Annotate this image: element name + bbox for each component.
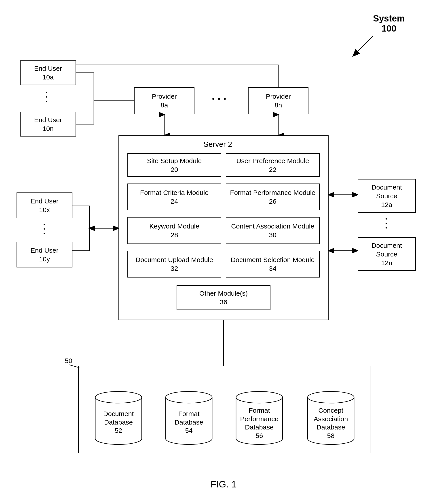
db-concept-assoc: Concept Association Database 58 — [306, 390, 355, 446]
module-other: Other Module(s) 36 — [177, 285, 270, 310]
module-format-crit-label: Format Criteria Module — [140, 188, 209, 197]
doc-source-12n-l2: Source — [376, 250, 397, 258]
db-format-perf: Format Performance Database 56 — [235, 390, 284, 446]
db-concept-l3: Database — [306, 423, 355, 431]
db-format-num: 54 — [164, 426, 213, 435]
doc-source-12a-l2: Source — [376, 192, 397, 200]
module-keyword-num: 28 — [171, 231, 178, 239]
db-concept-l2: Association — [306, 415, 355, 423]
module-site-setup-num: 20 — [171, 165, 178, 174]
module-content-assoc-label: Content Association Module — [231, 222, 314, 231]
figure-label: FIG. 1 — [201, 479, 246, 490]
end-user-10x-num: 10x — [39, 206, 50, 214]
db-format: Format Database 54 — [164, 390, 213, 446]
system-num: 100 — [366, 24, 411, 34]
module-site-setup: Site Setup Module 20 — [127, 153, 221, 177]
end-user-10y-num: 10y — [39, 255, 50, 263]
svg-point-15 — [166, 391, 212, 403]
hdots-providers — [212, 98, 226, 100]
module-other-label: Other Module(s) — [199, 289, 248, 298]
module-user-pref-label: User Preference Module — [236, 156, 309, 165]
db-group-num: 50 — [65, 357, 72, 364]
end-user-10x-label: End User — [30, 197, 58, 206]
module-doc-select-num: 34 — [269, 264, 276, 273]
doc-source-12a-l1: Document — [371, 183, 402, 192]
provider-8a-num: 8a — [160, 101, 168, 109]
box-provider-8n: Provider 8n — [248, 87, 308, 114]
module-format-crit: Format Criteria Module 24 — [127, 183, 221, 210]
svg-line-13 — [69, 365, 79, 368]
svg-point-17 — [307, 391, 354, 403]
end-user-10y-label: End User — [30, 246, 58, 255]
db-format-perf-l3: Database — [235, 423, 284, 431]
end-user-10n-label: End User — [34, 116, 62, 124]
end-user-10n-num: 10n — [42, 124, 54, 133]
doc-source-12n-num: 12n — [381, 258, 392, 267]
vdots-endusers-mid — [44, 224, 45, 234]
server-title: Server 2 — [203, 140, 232, 149]
box-doc-source-12n: Document Source 12n — [358, 237, 416, 271]
box-end-user-10x: End User 10x — [17, 193, 73, 218]
module-format-perf-label: Format Performance Module — [230, 188, 315, 197]
db-document-l1: Document — [94, 410, 143, 418]
db-format-l1: Format — [164, 410, 213, 418]
db-document: Document Database 52 — [94, 390, 143, 446]
db-concept-l1: Concept — [306, 406, 355, 415]
svg-line-0 — [353, 36, 373, 56]
svg-point-16 — [236, 391, 282, 403]
box-doc-source-12a: Document Source 12a — [358, 179, 416, 213]
provider-8n-label: Provider — [266, 92, 291, 101]
module-format-perf: Format Performance Module 26 — [226, 183, 320, 210]
module-doc-upload: Document Upload Module 32 — [127, 251, 221, 278]
provider-8n-num: 8n — [274, 101, 282, 109]
module-user-pref: User Preference Module 22 — [226, 153, 320, 177]
doc-source-12a-num: 12a — [381, 200, 392, 209]
doc-source-12n-l1: Document — [371, 241, 402, 250]
box-end-user-10a: End User 10a — [20, 60, 76, 85]
system-title: System 100 — [366, 13, 411, 34]
module-other-num: 36 — [220, 298, 227, 306]
svg-point-14 — [95, 391, 142, 403]
module-content-assoc-num: 30 — [269, 231, 276, 239]
end-user-10a-label: End User — [34, 64, 62, 73]
system-arrow — [349, 34, 376, 60]
vdots-docsources — [386, 218, 387, 229]
module-keyword: Keyword Module 28 — [127, 217, 221, 244]
db-format-perf-l2: Performance — [235, 415, 284, 423]
module-content-assoc: Content Association Module 30 — [226, 217, 320, 244]
module-doc-upload-num: 32 — [171, 264, 178, 273]
db-concept-num: 58 — [306, 431, 355, 440]
module-format-perf-num: 26 — [269, 197, 276, 206]
module-site-setup-label: Site Setup Module — [147, 156, 202, 165]
provider-8a-label: Provider — [152, 92, 177, 101]
module-doc-select-label: Document Selection Module — [231, 255, 315, 264]
module-format-crit-num: 24 — [171, 197, 178, 206]
module-user-pref-num: 22 — [269, 165, 276, 174]
db-format-perf-l1: Format — [235, 406, 284, 415]
db-document-num: 52 — [94, 426, 143, 435]
vdots-endusers-top — [46, 92, 47, 102]
end-user-10a-num: 10a — [42, 73, 54, 81]
module-doc-upload-label: Document Upload Module — [136, 255, 213, 264]
db-format-perf-num: 56 — [235, 431, 284, 440]
box-provider-8a: Provider 8a — [134, 87, 195, 114]
module-keyword-label: Keyword Module — [149, 222, 199, 231]
box-end-user-10n: End User 10n — [20, 112, 76, 137]
db-document-l2: Database — [94, 418, 143, 426]
module-doc-select: Document Selection Module 34 — [226, 251, 320, 278]
db-format-l2: Database — [164, 418, 213, 426]
system-title-text: System — [366, 13, 411, 24]
box-end-user-10y: End User 10y — [17, 242, 73, 267]
